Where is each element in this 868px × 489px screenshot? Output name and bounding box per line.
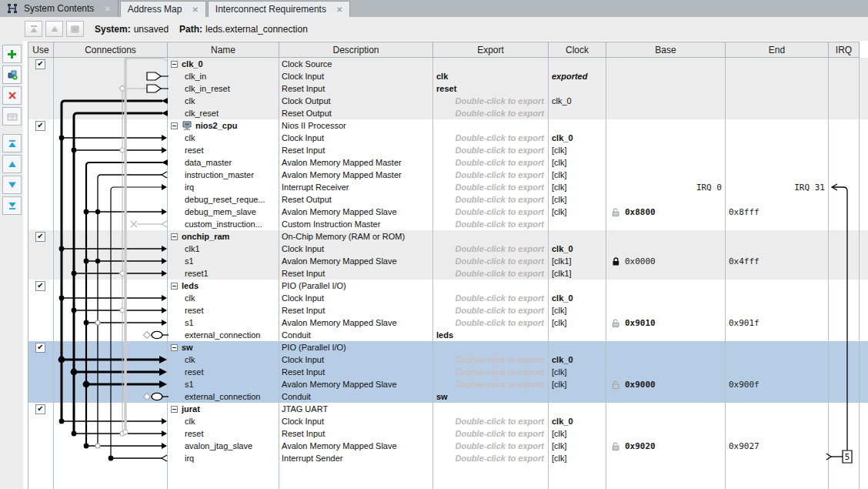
base-cell[interactable] [606,390,726,403]
connections-cell[interactable] [54,267,168,280]
name-cell[interactable]: reset [168,427,279,440]
connections-cell[interactable] [54,280,168,292]
name-cell[interactable]: s1 [168,378,279,390]
base-cell[interactable] [606,304,726,317]
use-checkbox[interactable]: ✔ [35,121,45,131]
export-cell[interactable] [433,58,549,70]
irq-cell[interactable] [829,70,860,82]
export-cell[interactable]: sw [433,390,549,403]
tree-collapse-icon[interactable] [171,61,178,68]
clock-cell[interactable] [549,82,606,95]
end-cell[interactable] [726,415,829,427]
irq-cell[interactable] [829,193,860,206]
connections-cell[interactable] [54,58,168,70]
tree-collapse-icon[interactable] [171,283,178,290]
irq-cell[interactable] [829,440,860,452]
irq-cell[interactable] [829,255,860,267]
name-cell[interactable]: reset1 [168,267,279,280]
name-cell[interactable]: irq [168,181,279,193]
end-cell[interactable]: 0x900f [726,378,829,390]
irq-cell[interactable] [829,427,860,440]
export-cell[interactable]: clk [433,70,549,82]
name-cell[interactable]: nios2_cpu [168,119,279,132]
name-cell[interactable]: external_connection [168,329,279,341]
tree-collapse-icon[interactable] [171,406,178,413]
clock-cell[interactable]: [clk] [549,440,606,452]
connections-cell[interactable] [54,378,168,390]
use-cell[interactable]: ✔ [28,58,54,70]
connections-cell[interactable] [54,255,168,267]
base-cell[interactable]: 0x9000 [606,378,726,390]
name-cell[interactable]: clk [168,415,279,427]
connections-cell[interactable] [54,156,168,169]
export-cell[interactable] [433,403,549,415]
irq-cell[interactable] [829,181,860,193]
base-cell[interactable] [606,341,726,353]
export-cell[interactable]: leds [433,329,549,341]
end-cell[interactable] [726,353,829,366]
export-cell[interactable]: Double-click to export [433,267,549,280]
lock-open-icon-wrap[interactable] [609,319,620,327]
irq-cell[interactable] [829,292,860,304]
connections-cell[interactable] [54,366,168,378]
base-cell[interactable] [606,353,726,366]
clock-cell[interactable]: [clk] [549,304,606,317]
clock-cell[interactable] [549,329,606,341]
end-cell[interactable] [726,132,829,144]
use-cell[interactable]: ✔ [28,403,54,415]
end-cell[interactable]: IRQ 31 [726,181,829,193]
name-cell[interactable]: reset [168,304,279,317]
add-component-button[interactable] [2,45,22,63]
clock-cell[interactable]: [clk] [549,206,606,218]
clock-cell[interactable]: [clk] [549,156,606,169]
irq-cell[interactable] [829,390,860,403]
end-cell[interactable] [726,243,829,255]
clock-cell[interactable]: [clk] [549,378,606,390]
base-cell[interactable] [606,218,726,230]
connections-cell[interactable] [54,119,168,132]
irq-cell[interactable] [829,169,860,181]
clock-cell[interactable]: [clk] [549,169,606,181]
base-cell[interactable] [606,132,726,144]
export-cell[interactable]: Double-click to export [433,243,549,255]
connections-cell[interactable] [54,329,168,341]
move-down-button[interactable] [2,176,22,194]
connections-cell[interactable] [54,390,168,403]
name-cell[interactable]: clk [168,292,279,304]
export-cell[interactable] [433,280,549,292]
end-cell[interactable] [726,427,829,440]
irq-cell[interactable] [829,82,860,95]
name-cell[interactable]: onchip_ram [168,230,279,243]
irq-cell[interactable] [829,230,860,243]
clock-cell[interactable]: clk_0 [549,353,606,366]
connections-cell[interactable] [54,243,168,255]
export-cell[interactable]: Double-click to export [433,95,549,107]
tree-collapse-icon[interactable] [171,344,178,351]
name-cell[interactable]: s1 [168,255,279,267]
use-checkbox[interactable]: ✔ [35,281,45,291]
clock-cell[interactable]: [clk] [549,452,606,464]
use-cell[interactable]: ✔ [28,230,54,243]
tree-collapse-icon[interactable] [171,233,178,240]
export-cell[interactable]: Double-click to export [433,181,549,193]
lock-open-icon-wrap[interactable] [609,208,620,216]
use-cell[interactable]: ✔ [28,341,54,353]
export-cell[interactable] [433,341,549,353]
move-top-button[interactable] [25,21,42,37]
connections-cell[interactable] [54,95,168,107]
irq-cell[interactable] [829,415,860,427]
irq-cell[interactable] [829,218,860,230]
base-cell[interactable] [606,144,726,156]
clock-cell[interactable] [549,230,606,243]
base-cell[interactable] [606,169,726,181]
name-cell[interactable]: jurat [168,403,279,415]
irq-cell[interactable] [829,267,860,280]
irq-cell[interactable] [829,280,860,292]
export-cell[interactable]: Double-click to export [433,304,549,317]
name-cell[interactable]: clk_in_reset [168,82,279,95]
irq-cell[interactable] [829,353,860,366]
end-cell[interactable] [726,144,829,156]
connections-cell[interactable] [54,353,168,366]
clock-cell[interactable] [549,107,606,119]
irq-cell[interactable] [829,403,860,415]
